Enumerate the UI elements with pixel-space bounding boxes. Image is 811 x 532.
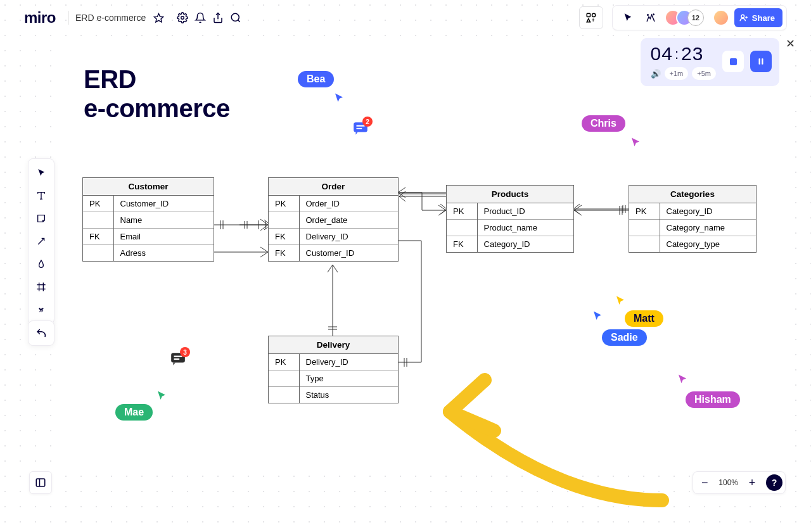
- sticky-tool[interactable]: [31, 208, 51, 229]
- search-icon[interactable]: [227, 9, 245, 27]
- cursor-icon: [677, 374, 688, 385]
- svg-rect-22: [762, 58, 763, 64]
- comment-bubble[interactable]: 3: [170, 351, 186, 366]
- svg-line-32: [260, 252, 268, 257]
- help-button[interactable]: ?: [766, 474, 782, 491]
- zoom-controls: − 100% + ?: [693, 471, 786, 494]
- table-row[interactable]: FKCategory_ID: [447, 236, 573, 253]
- comment-bubble[interactable]: 2: [352, 120, 369, 136]
- pen-tool[interactable]: [31, 254, 51, 274]
- entity-customer[interactable]: Customer PKCustomer_IDNameFKEmailAdress: [82, 177, 214, 262]
- svg-line-4: [238, 20, 240, 22]
- svg-rect-57: [36, 479, 45, 486]
- sound-icon[interactable]: 🔊: [651, 69, 661, 79]
- comment-count: 3: [180, 347, 190, 357]
- table-row[interactable]: Category_name: [629, 220, 756, 236]
- comment-count: 2: [362, 117, 373, 127]
- select-tool[interactable]: [31, 163, 51, 183]
- svg-point-9: [653, 14, 655, 15]
- entity-products[interactable]: Products PKProduct_IDProduct_nameFKCateg…: [446, 185, 574, 253]
- entity-order[interactable]: Order PKOrder_IDOrder_dateFKDelivery_IDF…: [268, 177, 399, 262]
- bell-icon[interactable]: [191, 9, 209, 27]
- cursor-mode-icon[interactable]: [619, 9, 637, 27]
- divider: [68, 11, 69, 25]
- svg-line-16: [38, 238, 44, 244]
- zoom-out-button[interactable]: −: [696, 474, 713, 491]
- timer-pause-button[interactable]: [750, 51, 772, 72]
- svg-rect-21: [759, 58, 760, 64]
- canvas-frame[interactable]: ERDe-commerce: [57, 38, 786, 469]
- svg-point-10: [648, 15, 649, 16]
- panel-toggle-button[interactable]: [29, 471, 52, 494]
- reactions-icon[interactable]: [642, 9, 660, 27]
- cursor-icon: [630, 137, 641, 148]
- avatar-overflow-count[interactable]: 12: [687, 10, 704, 26]
- table-row[interactable]: Category_type: [629, 236, 756, 253]
- table-row[interactable]: Type: [269, 370, 398, 387]
- entity-delivery[interactable]: Delivery PKDelivery_IDTypeStatus: [268, 336, 399, 403]
- table-row[interactable]: Order_date: [269, 212, 398, 229]
- table-row[interactable]: FKCustomer_ID: [269, 245, 398, 262]
- table-row[interactable]: FKEmail: [83, 229, 214, 245]
- svg-point-6: [592, 13, 595, 16]
- table-row[interactable]: Product_name: [447, 220, 573, 236]
- share-label: Share: [752, 13, 775, 23]
- cursor-icon: [592, 310, 603, 322]
- avatars[interactable]: 12: [665, 10, 704, 26]
- svg-line-36: [438, 205, 446, 210]
- timer-plus-5m[interactable]: +5m: [692, 67, 716, 80]
- svg-point-11: [741, 15, 744, 18]
- zoom-percent[interactable]: 100%: [715, 478, 742, 487]
- table-row[interactable]: Status: [269, 387, 398, 403]
- svg-line-43: [328, 265, 333, 272]
- user-pill-hisham: Hisham: [686, 391, 740, 408]
- board-name[interactable]: ERD e-commerce: [75, 13, 146, 23]
- star-icon[interactable]: [150, 9, 167, 27]
- svg-marker-7: [587, 19, 590, 22]
- line-tool[interactable]: [31, 231, 51, 251]
- svg-line-26: [260, 219, 268, 225]
- table-row[interactable]: Name: [83, 212, 214, 229]
- cursor-icon: [156, 390, 167, 402]
- share-button[interactable]: Share: [734, 8, 782, 27]
- presence-cluster: 12 Share: [612, 5, 787, 30]
- undo-button[interactable]: [28, 320, 54, 346]
- table-row[interactable]: PKCategory_ID: [629, 203, 756, 220]
- svg-line-40: [574, 210, 582, 215]
- table-row[interactable]: PKOrder_ID: [269, 196, 398, 212]
- svg-line-31: [260, 247, 268, 252]
- topbar: miro ERD e-commerce + 12: [24, 5, 787, 30]
- apps-button[interactable]: +: [579, 6, 603, 29]
- svg-rect-5: [587, 13, 590, 16]
- zoom-in-button[interactable]: +: [743, 474, 761, 491]
- user-pill-bea: Bea: [298, 71, 334, 87]
- user-pill-chris: Chris: [582, 115, 625, 132]
- svg-point-1: [181, 16, 184, 20]
- avatar-self[interactable]: [713, 10, 729, 26]
- svg-marker-0: [154, 13, 163, 22]
- svg-line-39: [574, 205, 582, 210]
- timer-plus-1m[interactable]: +1m: [665, 67, 689, 80]
- table-row[interactable]: PKDelivery_ID: [269, 354, 398, 370]
- frame-tool[interactable]: [31, 277, 51, 297]
- settings-icon[interactable]: [174, 9, 191, 27]
- table-row[interactable]: FKDelivery_ID: [269, 229, 398, 245]
- svg-line-35: [398, 193, 406, 198]
- user-pill-matt: Matt: [625, 310, 663, 327]
- more-tools[interactable]: »: [31, 300, 51, 320]
- export-icon[interactable]: [209, 9, 227, 27]
- logo[interactable]: miro: [24, 9, 56, 27]
- svg-point-3: [232, 13, 239, 21]
- table-row[interactable]: PKProduct_ID: [447, 203, 573, 220]
- text-tool[interactable]: [31, 186, 51, 206]
- table-row[interactable]: PKCustomer_ID: [83, 196, 214, 212]
- timer[interactable]: 04:23 🔊 +1m +5m ✕: [641, 38, 779, 86]
- frame-title: ERDe-commerce: [84, 65, 230, 123]
- timer-stop-button[interactable]: [722, 51, 744, 72]
- timer-close-icon[interactable]: ✕: [783, 37, 797, 51]
- cursor-icon: [615, 295, 626, 307]
- entity-categories[interactable]: Categories PKCategory_IDCategory_nameCat…: [629, 185, 757, 253]
- table-row[interactable]: Adress: [83, 245, 214, 262]
- svg-line-27: [260, 225, 268, 231]
- toolbar: »: [28, 158, 54, 324]
